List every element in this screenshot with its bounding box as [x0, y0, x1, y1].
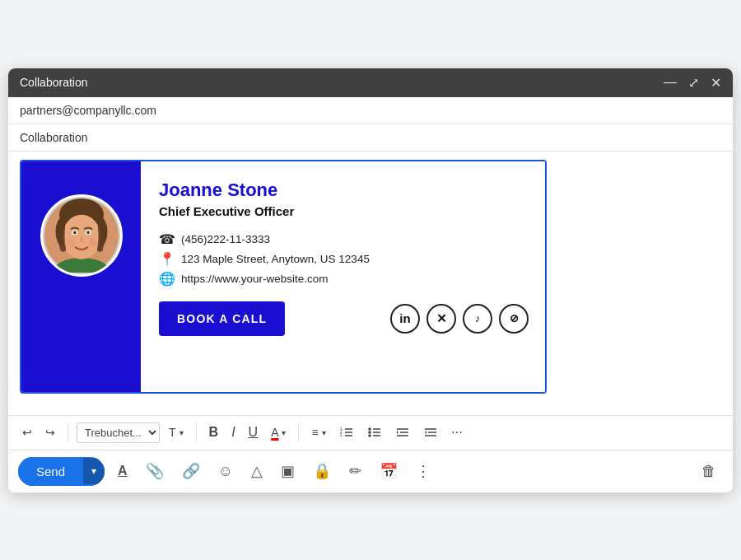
sig-website-row: 🌐 https://www.your-website.com	[159, 271, 529, 287]
svg-marker-28	[397, 431, 398, 434]
drive-icon[interactable]: △	[246, 458, 268, 484]
unordered-list-button[interactable]	[363, 422, 386, 442]
svg-point-23	[368, 431, 371, 434]
svg-text:3.: 3.	[340, 433, 343, 437]
subject-field	[8, 124, 733, 152]
svg-marker-32	[425, 431, 426, 434]
italic-button[interactable]: I	[227, 422, 239, 442]
delete-draft-button[interactable]: 🗑	[695, 459, 723, 484]
link-icon[interactable]: 🔗	[177, 458, 205, 484]
social-icons: in ✕ ♪ ⊘	[390, 304, 529, 334]
sig-contact-info: ☎ (456)222-11-3333 📍 123 Maple Street, A…	[159, 231, 529, 287]
sig-info-panel: Joanne Stone Chief Executive Officer ☎ (…	[141, 161, 545, 392]
sig-address: 123 Maple Street, Anytown, US 12345	[181, 253, 370, 265]
tiktok-icon[interactable]: ♪	[463, 304, 492, 334]
font-size-button[interactable]: T▾	[165, 423, 188, 441]
signature-card: Joanne Stone Chief Executive Officer ☎ (…	[20, 160, 547, 394]
ordered-list-button[interactable]: 1.2.3.	[335, 422, 358, 442]
indent-increase-button[interactable]	[419, 422, 442, 442]
signature-icon[interactable]: ✏	[344, 458, 366, 484]
text-format-icon[interactable]: A	[113, 460, 133, 483]
svg-point-22	[368, 427, 371, 431]
svg-point-24	[368, 434, 371, 437]
to-input[interactable]	[20, 104, 721, 117]
toolbar-sep-3	[298, 423, 299, 441]
align-button[interactable]: ≡▾	[307, 423, 329, 441]
email-compose-window: Collaboration — ⤢ ✕	[8, 68, 733, 492]
minimize-button[interactable]: —	[664, 75, 677, 90]
redo-button[interactable]: ↪	[41, 423, 59, 441]
x-icon[interactable]: ✕	[426, 304, 456, 334]
indent-decrease-button[interactable]	[391, 422, 414, 442]
location-icon: 📍	[159, 251, 175, 267]
more-formatting-button[interactable]: ⋯	[447, 423, 467, 441]
compose-header: Collaboration — ⤢ ✕	[8, 68, 733, 97]
avatar	[40, 194, 123, 277]
font-family-select[interactable]: Trebuchet... Arial Georgia	[77, 422, 160, 443]
schedule-icon[interactable]: 📅	[375, 458, 403, 484]
sig-left-panel	[21, 161, 141, 392]
format-toolbar: ↩ ↪ Trebuchet... Arial Georgia T▾ B I U …	[8, 415, 733, 450]
subject-input[interactable]	[20, 131, 721, 144]
close-button[interactable]: ✕	[711, 75, 721, 91]
bold-button[interactable]: B	[205, 422, 223, 442]
svg-point-12	[88, 238, 97, 247]
send-button-group: Send ▾	[18, 457, 105, 486]
svg-point-11	[66, 238, 75, 247]
linkedin-icon[interactable]: in	[390, 304, 420, 334]
svg-point-10	[86, 231, 90, 234]
globe-icon: 🌐	[159, 271, 175, 287]
underline-button[interactable]: U	[245, 422, 263, 442]
send-button[interactable]: Send	[18, 457, 83, 486]
sig-website: https://www.your-website.com	[181, 273, 329, 285]
send-options-button[interactable]: ▾	[83, 458, 105, 484]
sig-job-title: Chief Executive Officer	[159, 204, 529, 218]
attachment-icon[interactable]: 📎	[141, 458, 169, 484]
action-bar: Send ▾ A 📎 🔗 ☺ △ ▣ 🔒 ✏ 📅 ⋮ 🗑	[8, 450, 733, 492]
sig-name: Joanne Stone	[159, 180, 529, 201]
more-options-icon[interactable]: ⋮	[411, 458, 436, 484]
sig-phone-row: ☎ (456)222-11-3333	[159, 231, 529, 247]
zigzag-icon[interactable]: ⊘	[499, 304, 529, 334]
sig-address-row: 📍 123 Maple Street, Anytown, US 12345	[159, 251, 529, 267]
undo-button[interactable]: ↩	[18, 423, 36, 441]
book-call-button[interactable]: BOOK A CALL	[159, 301, 285, 336]
emoji-icon[interactable]: ☺	[213, 459, 238, 484]
maximize-button[interactable]: ⤢	[688, 75, 699, 91]
svg-point-8	[73, 231, 77, 234]
lock-icon[interactable]: 🔒	[308, 458, 336, 484]
sig-phone: (456)222-11-3333	[181, 233, 270, 245]
window-controls: — ⤢ ✕	[664, 75, 721, 91]
compose-title: Collaboration	[20, 76, 88, 89]
photo-icon[interactable]: ▣	[276, 458, 300, 484]
phone-icon: ☎	[159, 231, 175, 247]
toolbar-sep-1	[68, 423, 68, 441]
compose-body: Joanne Stone Chief Executive Officer ☎ (…	[8, 152, 733, 415]
sig-bottom-bar: BOOK A CALL in ✕ ♪ ⊘	[159, 301, 529, 336]
text-color-button[interactable]: A▾	[267, 423, 290, 441]
to-field	[8, 97, 733, 124]
toolbar-sep-2	[196, 423, 197, 441]
